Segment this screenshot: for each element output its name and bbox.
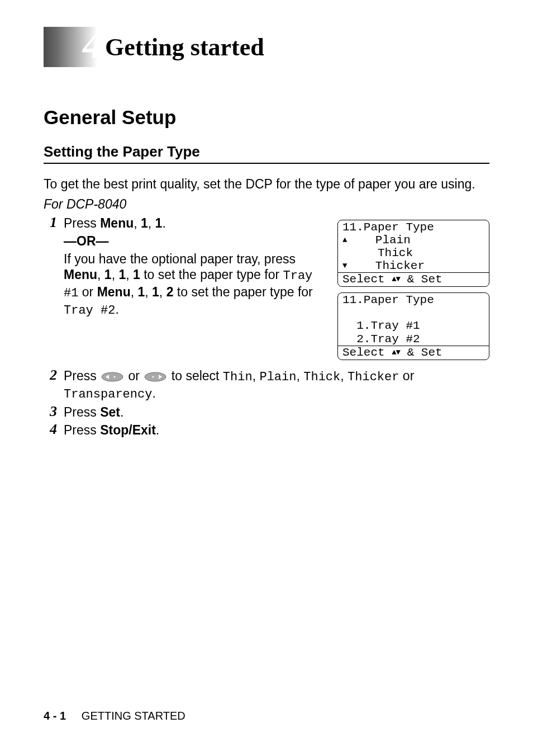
step-1-n1: 1 bbox=[141, 216, 148, 230]
lcd1-footer-a: Select bbox=[342, 273, 392, 286]
lcd-display-2: 11.Paper Type 1.Tray #1 2.Tray #2 Select… bbox=[337, 292, 489, 360]
lcd1-footer-b: & Set bbox=[400, 273, 442, 286]
lcd2-footer-b: & Set bbox=[400, 346, 442, 359]
lcd2-footer-a: Select bbox=[342, 346, 392, 359]
step-1-line2-menu: Menu bbox=[64, 267, 97, 282]
lcd2-line2 bbox=[342, 306, 484, 319]
step-2-d: or bbox=[399, 368, 414, 383]
chapter-number-box: 4 bbox=[44, 27, 97, 67]
step-1-text-press: Press bbox=[64, 216, 100, 230]
step-1-line2b: , bbox=[97, 267, 104, 282]
chapter-header: 4 Getting started bbox=[44, 27, 489, 67]
step-3: 3 Press Set. bbox=[44, 404, 489, 420]
step-1-line2-menu2: Menu bbox=[97, 285, 131, 299]
step-1-line2n: , bbox=[159, 285, 166, 299]
step-1-n2: 1 bbox=[155, 216, 163, 230]
step-2-c1: , bbox=[253, 368, 260, 383]
step-2-b: or bbox=[125, 368, 143, 383]
lcd1-line4: Thicker bbox=[347, 259, 425, 272]
or-text: OR bbox=[77, 234, 96, 248]
page-footer: 4 - 1 GETTING STARTED bbox=[44, 710, 185, 722]
step-2-c: to select bbox=[168, 368, 222, 383]
section-title: General Setup bbox=[44, 106, 489, 129]
step-number-2: 2 bbox=[44, 368, 64, 403]
step-4-body: Press Stop/Exit. bbox=[64, 422, 159, 438]
step-2-period: . bbox=[152, 386, 155, 400]
step-2-thin: Thin bbox=[223, 370, 253, 384]
step-4-a: Press bbox=[64, 423, 100, 437]
intro-text: To get the best print quality, set the D… bbox=[44, 176, 489, 192]
chapter-number: 4 bbox=[83, 21, 103, 68]
step-4-stopexit: Stop/Exit bbox=[100, 423, 156, 437]
step-1-line2q: . bbox=[115, 302, 118, 316]
step-1-line2i: or bbox=[78, 285, 97, 299]
footer-label: GETTING STARTED bbox=[82, 710, 185, 722]
step-1-tray2: Tray #2 bbox=[64, 304, 115, 318]
lcd1-line3: Thick bbox=[342, 247, 484, 259]
step-1-line2f: , bbox=[126, 267, 133, 282]
step-number-4: 4 bbox=[44, 422, 64, 438]
step-1-line2d: , bbox=[112, 267, 119, 282]
or-dash-right: — bbox=[96, 234, 109, 248]
step-1-period: . bbox=[162, 216, 165, 230]
step-1-line2l: , bbox=[145, 285, 152, 299]
step-2-c2: , bbox=[296, 368, 303, 383]
step-2-c3: , bbox=[340, 368, 348, 383]
lcd-display-1: 11.Paper Type Plain Thick Thicker Select… bbox=[337, 220, 489, 287]
step-2-body: Press or to select Thin, Plain, Thick, T… bbox=[64, 368, 489, 403]
svg-point-0 bbox=[102, 372, 123, 381]
step-3-body: Press Set. bbox=[64, 404, 123, 420]
step-1-c1: , bbox=[134, 216, 141, 230]
step-3-set: Set bbox=[100, 405, 120, 419]
step-2-a: Press bbox=[64, 368, 100, 383]
nav-right-icon bbox=[144, 372, 166, 382]
step-1-line2a: If you have the optional paper tray, pre… bbox=[64, 252, 296, 266]
step-3-a: Press bbox=[64, 405, 100, 419]
step-number-3: 3 bbox=[44, 404, 64, 420]
page-number: 4 - 1 bbox=[44, 710, 66, 722]
or-dash-left: — bbox=[64, 234, 77, 248]
lcd1-line1: 11.Paper Type bbox=[342, 221, 484, 234]
step-2: 2 Press or to select Thin, Plain, Thick,… bbox=[44, 368, 489, 403]
subsection-title: Setting the Paper Type bbox=[44, 143, 489, 164]
step-2-thicker: Thicker bbox=[348, 370, 399, 384]
step-number-1: 1 bbox=[44, 215, 64, 319]
step-1-line2j: , bbox=[131, 285, 138, 299]
svg-point-2 bbox=[145, 372, 166, 381]
triangle-updown-icon bbox=[392, 346, 400, 359]
step-3-period: . bbox=[120, 405, 123, 419]
lcd2-line4: 2.Tray #2 bbox=[342, 333, 484, 346]
steps-container: 1 Press Menu, 1, 1. —OR— If you have the… bbox=[44, 215, 489, 366]
model-note: For DCP-8040 bbox=[44, 197, 489, 212]
step-2-plain: Plain bbox=[259, 370, 296, 384]
step-1-body: Press Menu, 1, 1. —OR— If you have the o… bbox=[64, 215, 330, 319]
step-1: 1 Press Menu, 1, 1. —OR— If you have the… bbox=[44, 215, 330, 319]
lcd2-line3: 1.Tray #1 bbox=[342, 319, 484, 332]
lcd1-line2: Plain bbox=[347, 234, 410, 247]
step-1-menu: Menu bbox=[100, 216, 134, 230]
step-1-line2g: 1 bbox=[133, 267, 140, 282]
step-2-transparency: Transparency bbox=[64, 388, 152, 401]
step-1-line2e: 1 bbox=[118, 267, 126, 282]
step-1-line2m: 1 bbox=[152, 285, 159, 299]
step-1-line2o: 2 bbox=[166, 285, 174, 299]
step-1-line2c: 1 bbox=[104, 267, 112, 282]
step-4: 4 Press Stop/Exit. bbox=[44, 422, 489, 438]
chapter-title: Getting started bbox=[105, 33, 264, 62]
svg-point-3 bbox=[153, 376, 154, 377]
step-2-thick: Thick bbox=[303, 370, 340, 384]
step-1-line2p: to set the paper type for bbox=[173, 285, 312, 299]
triangle-updown-icon bbox=[392, 273, 400, 286]
nav-left-icon bbox=[101, 372, 123, 382]
svg-point-1 bbox=[114, 376, 116, 377]
step-1-line2h: to set the paper type for bbox=[140, 267, 283, 282]
lcd2-line1: 11.Paper Type bbox=[342, 294, 484, 306]
step-1-line2k: 1 bbox=[137, 285, 145, 299]
step-4-period: . bbox=[156, 423, 159, 437]
step-1-c2: , bbox=[148, 216, 155, 230]
